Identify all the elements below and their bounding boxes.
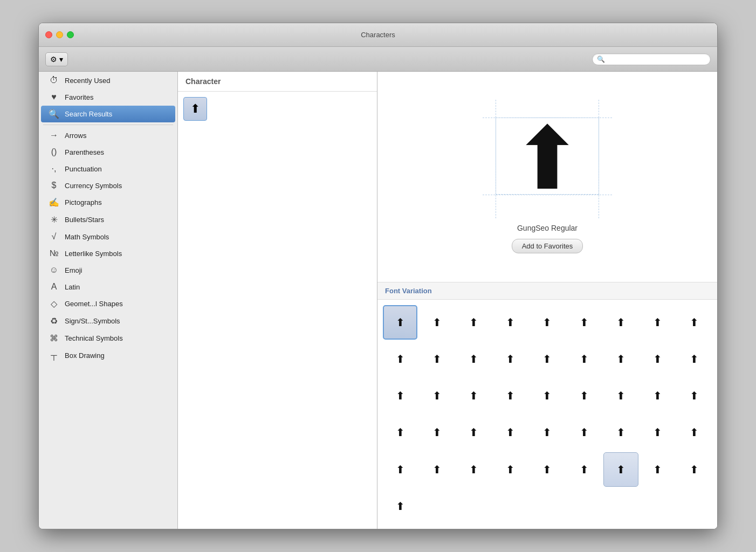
- search-input[interactable]: [607, 56, 706, 63]
- font-var-cell-11[interactable]: ⬆: [456, 342, 491, 376]
- sidebar-label-bullets: Bullets/Stars: [65, 216, 104, 224]
- toolbar: ⚙ ▾ 🔍: [39, 47, 717, 72]
- close-button[interactable]: [45, 31, 52, 38]
- dropdown-arrow-icon: ▾: [59, 55, 63, 64]
- font-var-cell-26[interactable]: ⬆: [677, 378, 712, 413]
- font-var-cell-16[interactable]: ⬆: [641, 342, 675, 376]
- font-var-cell-34[interactable]: ⬆: [641, 415, 675, 450]
- font-var-cell-22[interactable]: ⬆: [530, 378, 565, 413]
- font-var-cell-32[interactable]: ⬆: [567, 415, 601, 450]
- sidebar-item-technical[interactable]: ⌘Technical Symbols: [41, 330, 175, 347]
- sidebar-item-recently-used[interactable]: ⏱Recently Used: [41, 72, 175, 88]
- sidebar-label-favorites: Favorites: [65, 93, 93, 101]
- sidebar-label-geometric: Geomet...l Shapes: [65, 300, 123, 308]
- sidebar-label-punctuation: Punctuation: [65, 165, 102, 173]
- search-box: 🔍: [592, 53, 711, 65]
- font-var-cell-35[interactable]: ⬆: [677, 415, 712, 450]
- sidebar-item-punctuation[interactable]: ·,Punctuation: [41, 161, 175, 177]
- sidebar-item-currency[interactable]: $Currency Symbols: [41, 177, 175, 194]
- font-var-cell-0[interactable]: ⬆: [383, 305, 417, 340]
- font-var-cell-10[interactable]: ⬆: [420, 342, 454, 376]
- minimize-button[interactable]: [56, 31, 63, 38]
- font-var-cell-44[interactable]: ⬆: [677, 452, 712, 487]
- font-var-cell-19[interactable]: ⬆: [420, 378, 454, 413]
- window: Characters ⚙ ▾ 🔍 ⏱Recently Used♥Favorite…: [38, 23, 718, 529]
- font-var-cell-36[interactable]: ⬆: [383, 452, 417, 487]
- font-var-cell-21[interactable]: ⬆: [493, 378, 528, 413]
- font-variation-grid: ⬆⬆⬆⬆⬆⬆⬆⬆⬆⬆⬆⬆⬆⬆⬆⬆⬆⬆⬆⬆⬆⬆⬆⬆⬆⬆⬆⬆⬆⬆⬆⬆⬆⬆⬆⬆⬆⬆⬆⬆…: [377, 300, 717, 529]
- sidebar-item-arrows[interactable]: →Arrows: [41, 127, 175, 143]
- sidebar-item-search-results[interactable]: 🔍Search Results: [41, 106, 175, 122]
- font-var-cell-7[interactable]: ⬆: [641, 305, 675, 340]
- sidebar-item-favorites[interactable]: ♥Favorites: [41, 89, 175, 105]
- font-var-cell-24[interactable]: ⬆: [603, 378, 638, 413]
- font-var-cell-37[interactable]: ⬆: [420, 452, 454, 487]
- sidebar-icon-geometric: ◇: [49, 299, 59, 309]
- font-var-cell-6[interactable]: ⬆: [603, 305, 638, 340]
- sidebar-icon-bullets: ✳: [49, 215, 59, 225]
- char-cell[interactable]: ⬆: [183, 97, 207, 121]
- font-var-cell-23[interactable]: ⬆: [567, 378, 601, 413]
- font-var-cell-39[interactable]: ⬆: [493, 452, 528, 487]
- font-var-cell-8[interactable]: ⬆: [677, 305, 712, 340]
- sidebar-item-latin[interactable]: ALatin: [41, 279, 175, 295]
- sidebar-icon-sign: ♻: [49, 316, 59, 326]
- sidebar-icon-emoji: ☺: [49, 265, 59, 275]
- sidebar-item-bullets[interactable]: ✳Bullets/Stars: [41, 211, 175, 228]
- sidebar-label-recently-used: Recently Used: [65, 77, 111, 85]
- maximize-button[interactable]: [67, 31, 74, 38]
- sidebar-label-pictographs: Pictographs: [65, 198, 102, 206]
- font-var-cell-2[interactable]: ⬆: [456, 305, 491, 340]
- font-var-cell-17[interactable]: ⬆: [677, 342, 712, 376]
- sidebar-item-geometric[interactable]: ◇Geomet...l Shapes: [41, 295, 175, 312]
- font-var-cell-31[interactable]: ⬆: [530, 415, 565, 450]
- font-var-cell-41[interactable]: ⬆: [567, 452, 601, 487]
- sidebar-label-letterlike: Letterlike Symbols: [65, 250, 122, 258]
- sidebar-icon-math: √: [49, 232, 59, 242]
- search-icon: 🔍: [597, 56, 605, 63]
- font-var-cell-4[interactable]: ⬆: [530, 305, 565, 340]
- font-name: GungSeo Regular: [517, 224, 578, 232]
- sidebar-label-latin: Latin: [65, 283, 80, 291]
- sidebar-item-math[interactable]: √Math Symbols: [41, 229, 175, 245]
- font-variation-area: Font Variation ⬆⬆⬆⬆⬆⬆⬆⬆⬆⬆⬆⬆⬆⬆⬆⬆⬆⬆⬆⬆⬆⬆⬆⬆⬆…: [377, 282, 717, 529]
- sidebar-icon-technical: ⌘: [49, 333, 59, 343]
- font-var-cell-30[interactable]: ⬆: [493, 415, 528, 450]
- font-var-cell-38[interactable]: ⬆: [456, 452, 491, 487]
- font-var-cell-33[interactable]: ⬆: [603, 415, 638, 450]
- font-var-cell-12[interactable]: ⬆: [493, 342, 528, 376]
- sidebar-item-letterlike[interactable]: №Letterlike Symbols: [41, 245, 175, 261]
- font-var-cell-15[interactable]: ⬆: [603, 342, 638, 376]
- gear-icon: ⚙: [50, 55, 57, 64]
- font-var-cell-29[interactable]: ⬆: [456, 415, 491, 450]
- font-var-cell-28[interactable]: ⬆: [420, 415, 454, 450]
- sidebar-item-box[interactable]: ┬Box Drawing: [41, 347, 175, 363]
- font-var-cell-1[interactable]: ⬆: [420, 305, 454, 340]
- sidebar-icon-parentheses: (): [49, 147, 59, 157]
- font-var-cell-43[interactable]: ⬆: [641, 452, 675, 487]
- sidebar-icon-letterlike: №: [49, 249, 59, 258]
- gear-button[interactable]: ⚙ ▾: [45, 52, 68, 66]
- sidebar-item-emoji[interactable]: ☺Emoji: [41, 262, 175, 278]
- sidebar-icon-recently-used: ⏱: [49, 75, 59, 85]
- sidebar-label-parentheses: Parentheses: [65, 148, 104, 156]
- font-var-cell-9[interactable]: ⬆: [383, 342, 417, 376]
- sidebar-item-sign[interactable]: ♻Sign/St...Symbols: [41, 313, 175, 329]
- add-to-favorites-button[interactable]: Add to Favorites: [512, 239, 583, 253]
- font-var-cell-5[interactable]: ⬆: [567, 305, 601, 340]
- font-var-cell-3[interactable]: ⬆: [493, 305, 528, 340]
- font-var-cell-42[interactable]: ⬆: [603, 452, 638, 487]
- sidebar-icon-pictographs: ✍: [49, 197, 59, 208]
- font-var-cell-14[interactable]: ⬆: [567, 342, 601, 376]
- font-var-cell-20[interactable]: ⬆: [456, 378, 491, 413]
- sidebar-item-parentheses[interactable]: ()Parentheses: [41, 144, 175, 160]
- font-var-cell-27[interactable]: ⬆: [383, 415, 417, 450]
- font-var-cell-40[interactable]: ⬆: [530, 452, 565, 487]
- sidebar-label-math: Math Symbols: [65, 233, 109, 241]
- font-var-cell-45[interactable]: ⬆: [383, 489, 417, 523]
- sidebar-item-pictographs[interactable]: ✍Pictographs: [41, 194, 175, 211]
- sidebar-icon-arrows: →: [49, 130, 59, 140]
- font-var-cell-25[interactable]: ⬆: [641, 378, 675, 413]
- font-var-cell-13[interactable]: ⬆: [530, 342, 565, 376]
- font-var-cell-18[interactable]: ⬆: [383, 378, 417, 413]
